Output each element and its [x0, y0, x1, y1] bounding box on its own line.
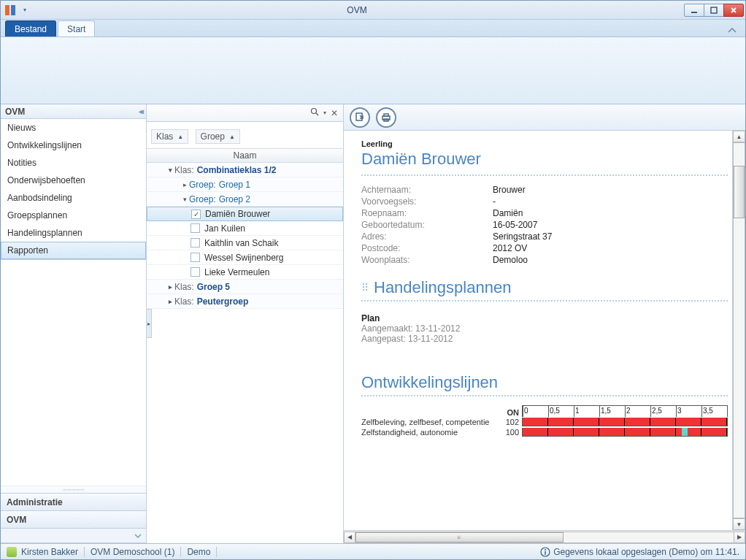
grouper-groep[interactable]: Groep▲: [196, 129, 240, 144]
quick-access-dropdown[interactable]: ▾: [20, 3, 29, 18]
window-buttons: [685, 4, 744, 17]
titlebar: ▾ OVM: [1, 1, 745, 20]
nav-item-handelingsplannen[interactable]: Handelingsplannen: [1, 224, 146, 242]
student-name: Damiën Brouwer: [361, 150, 728, 169]
nav-section-label: OVM: [7, 515, 26, 525]
column-header-naam[interactable]: Naam: [147, 148, 343, 163]
tree-group-groep2[interactable]: ▾ Groep: Groep 2: [147, 192, 343, 207]
dev-on-label: ON: [500, 408, 522, 417]
nav-item-groepsplannen[interactable]: Groepsplannen: [1, 207, 146, 224]
collapse-icon: ▾: [166, 166, 174, 174]
scroll-thumb[interactable]: ≡: [355, 532, 564, 542]
group-label: Combinatieklas 1/2: [197, 165, 277, 175]
nav-splitter[interactable]: ┄┄┄┄┄: [1, 486, 146, 493]
svg-rect-12: [545, 551, 545, 555]
leerling-label: Leerling: [361, 139, 728, 148]
nav-item-label: Ontwikkelingslijnen: [7, 140, 82, 150]
nav-item-ontwikkelingslijnen[interactable]: Ontwikkelingslijnen: [1, 137, 146, 154]
field-label: Voorvoegsels:: [361, 196, 493, 207]
close-button[interactable]: [723, 4, 744, 17]
scroll-up-button[interactable]: ▲: [733, 131, 745, 142]
tree-item[interactable]: Kaithlin van Schaik: [147, 236, 343, 250]
nav-section-ovm[interactable]: OVM: [1, 511, 146, 529]
search-input[interactable]: [150, 107, 308, 119]
nav-item-aanbodsindeling[interactable]: Aanbodsindeling: [1, 189, 146, 207]
nav-section-administratie[interactable]: Administratie: [1, 494, 146, 511]
search-clear-icon[interactable]: ✕: [328, 108, 340, 118]
nav-item-label: Notities: [7, 158, 36, 168]
dev-header: ON 00,511,522,533,5: [361, 405, 728, 417]
content: OVM ◂◂ Nieuws Ontwikkelingslijnen Notiti…: [1, 104, 745, 543]
section-handelingsplannen: ⠿ Handelingsplannen: [361, 278, 728, 297]
print-button[interactable]: [376, 107, 396, 128]
drag-handle-icon[interactable]: ⠿: [361, 285, 368, 290]
tree-item[interactable]: Wessel Swijnenberg: [147, 250, 343, 265]
pupil-name: Damiën Brouwer: [205, 209, 270, 219]
nav-item-onderwijsbehoeften[interactable]: Onderwijsbehoeften: [1, 172, 146, 189]
nav-item-label: Nieuws: [7, 123, 36, 133]
plan-modified-value: 13-11-2012: [408, 334, 453, 344]
tree-item[interactable]: Jan Kuilen: [147, 221, 343, 236]
tab-bestand[interactable]: Bestand: [5, 20, 56, 37]
status-saved: Gegevens lokaal opgeslagen (Demo) om 11:…: [553, 547, 739, 557]
dev-table: ON 00,511,522,533,5 Zelfbeleving, zelfbe…: [361, 405, 728, 437]
scroll-track[interactable]: ≡: [355, 532, 734, 543]
checkbox[interactable]: [191, 238, 200, 248]
tree-group-combinatieklas[interactable]: ▾ Klas: Combinatieklas 1/2: [147, 163, 343, 177]
tree-group-groep5[interactable]: ▸ Klas: Groep 5: [147, 280, 343, 294]
nav-item-nieuws[interactable]: Nieuws: [1, 119, 146, 137]
search-icon[interactable]: [308, 107, 321, 118]
nav-configure-button[interactable]: [1, 529, 146, 543]
minimize-button[interactable]: [684, 4, 704, 17]
column-header-label: Naam: [233, 150, 256, 161]
nav-list: Nieuws Ontwikkelingslijnen Notities Onde…: [1, 119, 146, 260]
status-school: OVM Demoschool (1): [91, 547, 174, 557]
nav-pin-icon[interactable]: ◂◂: [139, 107, 142, 115]
scroll-thumb[interactable]: [734, 166, 745, 218]
nav-item-label: Handelingsplannen: [7, 228, 82, 238]
field-adres: Adres:Seringstraat 37: [361, 231, 728, 242]
maximize-button[interactable]: [704, 4, 724, 17]
detail-toolbar: [344, 104, 745, 131]
field-value: -: [493, 196, 496, 207]
tree-item[interactable]: Lieke Vermeulen: [147, 265, 343, 280]
search-bar: ▾ ✕: [147, 104, 343, 122]
svg-rect-8: [384, 114, 388, 116]
sort-asc-icon: ▲: [177, 134, 183, 140]
grouper-klas[interactable]: Klas▲: [151, 129, 188, 144]
scroll-down-button[interactable]: ▼: [733, 518, 745, 530]
dev-row: Zelfstandigheid, autonomie 100: [361, 427, 728, 437]
plan-block: Plan Aangemaakt: 13-11-2012 Aangepast: 1…: [361, 313, 728, 344]
nav-item-notities[interactable]: Notities: [1, 154, 146, 172]
sort-asc-icon: ▲: [229, 134, 235, 140]
search-dropdown-icon[interactable]: ▾: [321, 110, 328, 116]
field-achternaam: Achternaam:Brouwer: [361, 185, 728, 195]
checkbox[interactable]: [191, 267, 200, 277]
checkbox[interactable]: [191, 223, 200, 233]
export-button[interactable]: [350, 107, 370, 128]
tree-expand-handle[interactable]: ▸: [147, 309, 152, 338]
svg-rect-1: [11, 5, 15, 15]
scroll-left-button[interactable]: ◀: [344, 532, 355, 543]
tree-group-groep1[interactable]: ▸ Groep: Groep 1: [147, 177, 343, 192]
tab-start[interactable]: Start: [58, 20, 95, 37]
tree: ▸ ▾ Klas: Combinatieklas 1/2 ▸ Groep: Gr…: [147, 163, 343, 543]
checkbox[interactable]: [191, 253, 200, 262]
tree-item[interactable]: ✓ Damiën Brouwer: [147, 207, 343, 221]
nav-item-label: Onderwijsbehoeften: [7, 175, 85, 185]
scroll-track[interactable]: [733, 142, 745, 518]
scroll-right-button[interactable]: ▶: [734, 532, 745, 543]
nav-item-rapporten[interactable]: Rapporten: [1, 242, 146, 259]
tree-group-peutergroep[interactable]: ▸ Klas: Peutergroep: [147, 294, 343, 309]
horizontal-scrollbar[interactable]: ◀ ≡ ▶: [344, 530, 745, 543]
pupil-name: Wessel Swijnenberg: [204, 253, 284, 263]
plan-title: Plan: [361, 313, 380, 323]
vertical-scrollbar[interactable]: ▲ ▼: [732, 131, 745, 530]
divider: [361, 395, 728, 396]
nav-spacer: ┄┄┄┄┄: [1, 260, 146, 494]
checkbox[interactable]: ✓: [191, 210, 201, 219]
section-ontwikkelingslijnen: Ontwikkelingslijnen: [361, 373, 728, 392]
ribbon-collapse-icon[interactable]: [725, 26, 739, 37]
group-label: Groep 5: [197, 282, 230, 292]
field-label: Roepnaam:: [361, 208, 493, 218]
